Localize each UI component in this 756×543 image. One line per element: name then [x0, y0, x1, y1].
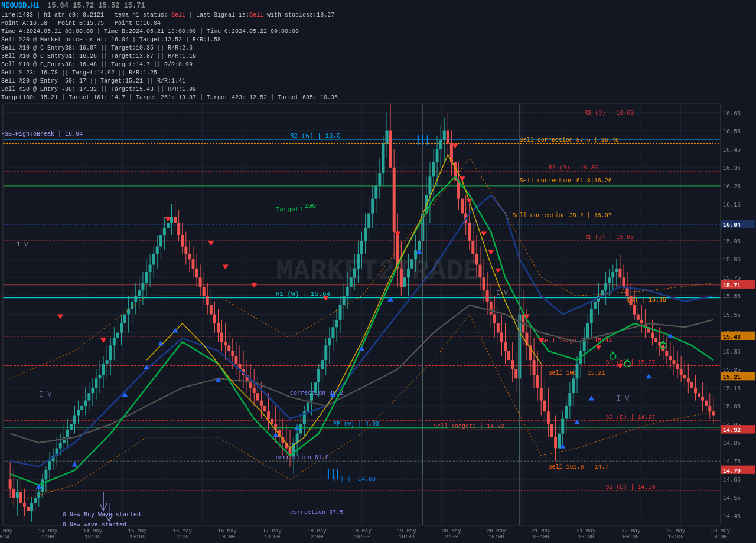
chart-canvas [0, 0, 756, 543]
chart-container: NEOUSD.H1 15.64 15.72 15.52 15.71 Line:1… [0, 0, 756, 543]
